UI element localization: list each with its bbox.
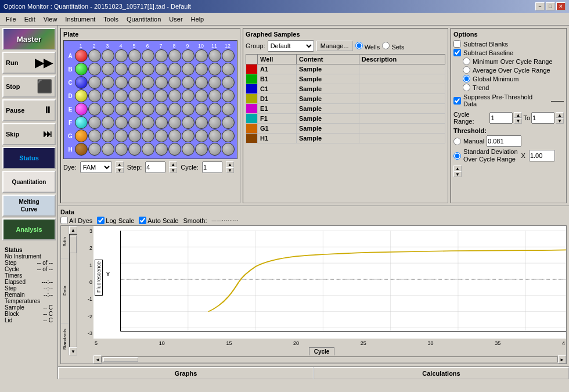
well-g8[interactable] <box>168 130 181 142</box>
maximize-button[interactable]: □ <box>546 2 555 10</box>
sidebar-status-button[interactable]: Status <box>2 147 56 169</box>
well-a12[interactable] <box>222 49 235 62</box>
well-h2[interactable] <box>88 143 101 156</box>
sets-radio[interactable] <box>382 42 390 49</box>
well-h5[interactable] <box>128 143 141 156</box>
well-b7[interactable] <box>155 63 168 75</box>
well-e3[interactable] <box>102 103 114 116</box>
menu-view[interactable]: View <box>40 15 61 24</box>
well-h1[interactable] <box>75 143 88 156</box>
well-d9[interactable] <box>182 89 195 102</box>
sidebar-quantitation-button[interactable]: Quantitation <box>2 171 56 193</box>
well-f2[interactable] <box>88 116 101 129</box>
well-f5[interactable] <box>128 116 141 129</box>
sidebar-skip-button[interactable]: Skip ⏭ <box>2 123 56 145</box>
cycle-from-down[interactable]: ▼ <box>514 118 522 124</box>
step-up[interactable]: ▲ <box>169 161 177 167</box>
well-a2[interactable] <box>88 49 101 62</box>
sidebar-melting-button[interactable]: MeltingCurve <box>2 195 56 217</box>
well-e8[interactable] <box>168 103 181 116</box>
well-a10[interactable] <box>195 49 208 62</box>
cycle-down[interactable]: ▼ <box>226 167 234 173</box>
well-d3[interactable] <box>102 89 114 102</box>
well-e2[interactable] <box>88 103 101 116</box>
well-f12[interactable] <box>222 116 235 129</box>
graphs-button[interactable]: Graphs <box>58 367 314 379</box>
cycle-from-input[interactable] <box>489 112 513 124</box>
well-g11[interactable] <box>208 130 221 142</box>
h-scrollbar-thumb[interactable] <box>103 357 138 362</box>
well-h7[interactable] <box>155 143 168 156</box>
well-e1[interactable] <box>75 103 88 116</box>
well-f11[interactable] <box>208 116 221 129</box>
well-d12[interactable] <box>222 89 235 102</box>
well-d11[interactable] <box>208 89 221 102</box>
dye-up[interactable]: ▲ <box>116 161 124 167</box>
well-e9[interactable] <box>182 103 195 116</box>
well-b10[interactable] <box>195 63 208 75</box>
well-c6[interactable] <box>142 76 154 89</box>
well-a6[interactable] <box>142 49 154 62</box>
well-g2[interactable] <box>88 130 101 142</box>
dye-select[interactable]: FAMHEXROX <box>80 161 112 173</box>
well-f9[interactable] <box>182 116 195 129</box>
well-d6[interactable] <box>142 89 154 102</box>
well-a4[interactable] <box>115 49 128 62</box>
sd-down[interactable]: ▼ <box>453 171 462 177</box>
well-c5[interactable] <box>128 76 141 89</box>
well-h9[interactable] <box>182 143 195 156</box>
group-select[interactable]: Default <box>268 40 314 52</box>
well-g7[interactable] <box>155 130 168 142</box>
log-scale-checkbox[interactable] <box>97 217 105 224</box>
well-e4[interactable] <box>115 103 128 116</box>
cycle-to-down[interactable]: ▼ <box>556 118 564 124</box>
well-c8[interactable] <box>168 76 181 89</box>
well-a9[interactable] <box>182 49 195 62</box>
step-input[interactable] <box>145 161 165 173</box>
auto-scale-checkbox[interactable] <box>139 217 146 224</box>
y-scrollbar-thumb[interactable] <box>70 236 77 253</box>
dye-down[interactable]: ▼ <box>116 167 124 173</box>
manual-value-input[interactable] <box>487 135 521 147</box>
menu-edit[interactable]: Edit <box>21 15 39 24</box>
well-b8[interactable] <box>168 63 181 75</box>
sd-up[interactable]: ▲ <box>453 166 462 171</box>
well-f10[interactable] <box>195 116 208 129</box>
sidebar-run-button[interactable]: Run ▶▶ <box>2 52 56 74</box>
all-dyes-checkbox[interactable] <box>60 217 68 224</box>
well-d7[interactable] <box>155 89 168 102</box>
well-f4[interactable] <box>115 116 128 129</box>
well-e6[interactable] <box>142 103 154 116</box>
cycle-up[interactable]: ▲ <box>226 161 234 167</box>
well-c9[interactable] <box>182 76 195 89</box>
well-a3[interactable] <box>102 49 114 62</box>
well-a7[interactable] <box>155 49 168 62</box>
manage-button[interactable]: Manage... <box>316 41 353 51</box>
well-b6[interactable] <box>142 63 154 75</box>
cycle-to-input[interactable] <box>531 112 554 124</box>
well-c10[interactable] <box>195 76 208 89</box>
well-b12[interactable] <box>222 63 235 75</box>
well-h8[interactable] <box>168 143 181 156</box>
menu-file[interactable]: File <box>2 15 20 24</box>
menu-user[interactable]: User <box>165 15 186 24</box>
well-c7[interactable] <box>155 76 168 89</box>
well-h6[interactable] <box>142 143 154 156</box>
h-left-button[interactable]: ◄ <box>93 355 102 364</box>
sidebar-analysis-button[interactable]: Analysis <box>2 218 56 240</box>
menu-help[interactable]: Help <box>188 15 208 24</box>
well-d2[interactable] <box>88 89 101 102</box>
well-f7[interactable] <box>155 116 168 129</box>
avg-over-cycle-radio[interactable] <box>463 66 470 74</box>
well-h3[interactable] <box>102 143 114 156</box>
well-d10[interactable] <box>195 89 208 102</box>
global-minimum-radio[interactable] <box>463 75 470 82</box>
subtract-baseline-checkbox[interactable] <box>453 49 461 56</box>
well-c4[interactable] <box>115 76 128 89</box>
well-h4[interactable] <box>115 143 128 156</box>
sidebar-master-button[interactable]: Master <box>2 28 56 50</box>
well-g10[interactable] <box>195 130 208 142</box>
well-c1[interactable] <box>75 76 88 89</box>
cycle-input[interactable] <box>202 161 222 173</box>
well-g12[interactable] <box>222 130 235 142</box>
